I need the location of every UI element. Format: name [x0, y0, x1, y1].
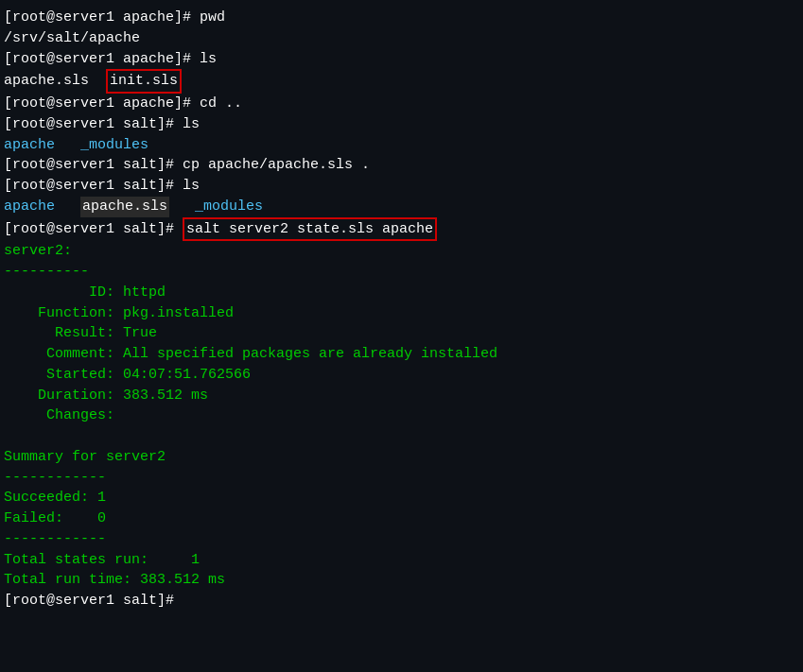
kv-key: Started:: [4, 365, 123, 386]
ls-item: apache.sls: [4, 71, 89, 92]
ls-item-highlighted: init.sls: [106, 69, 182, 94]
prompt: [root@server1 salt]#: [4, 591, 183, 612]
ls-spacer: [89, 71, 106, 92]
terminal-line: Total run time: 383.512 ms: [4, 570, 799, 591]
terminal-line: [root@server1 apache]# pwd: [4, 8, 799, 28]
kv-value: 383.512 ms: [123, 386, 208, 406]
kv-value: 04:07:51.762566: [123, 365, 251, 386]
terminal-line: server2:: [4, 241, 799, 262]
terminal-line: Failed: 0: [4, 508, 799, 529]
terminal-line: Function: pkg.installed: [4, 303, 799, 324]
kv-value: httpd: [123, 283, 166, 303]
kv-value: All specified packages are already insta…: [123, 344, 498, 365]
terminal-line: ------------: [4, 529, 799, 550]
terminal-line: apache _modules: [4, 135, 799, 156]
stat-value: 0: [97, 508, 106, 529]
ls-item-apache: apache: [4, 135, 55, 156]
output-text: /srv/salt/apache: [4, 28, 140, 49]
terminal-line: [root@server1 salt]# salt server2 state.…: [4, 217, 799, 242]
terminal-line: Total states run: 1: [4, 550, 799, 571]
terminal-line: Result: True: [4, 323, 799, 344]
separator: ------------: [4, 529, 106, 550]
terminal-line: ID: httpd: [4, 283, 799, 303]
ls-item-modules: _modules: [80, 135, 148, 156]
prompt: [root@server1 salt]#: [4, 219, 183, 240]
prompt: [root@server1 salt]#: [4, 114, 183, 135]
prompt: [root@server1 salt]#: [4, 176, 183, 197]
stat-value: 1: [97, 488, 106, 508]
kv-value: pkg.installed: [123, 303, 234, 324]
terminal-line: apache.sls init.sls: [4, 69, 799, 94]
kv-key: ID:: [4, 283, 123, 303]
ls-item-apache-sls: apache.sls: [80, 197, 169, 217]
prompt: [root@server1 apache]#: [4, 94, 200, 114]
terminal-line: ----------: [4, 262, 799, 283]
terminal-line: [root@server1 salt]# ls: [4, 176, 799, 197]
terminal-line: Duration: 383.512 ms: [4, 386, 799, 406]
kv-key: Changes:: [4, 405, 123, 426]
terminal-line: [root@server1 salt]# cp apache/apache.sl…: [4, 155, 799, 176]
kv-key: Comment:: [4, 344, 123, 365]
ls-item-apache2: apache: [4, 197, 55, 217]
terminal-line: Summary for server2: [4, 447, 799, 468]
ls-item-modules2: _modules: [195, 197, 263, 217]
stat-key: Failed:: [4, 508, 97, 529]
terminal: [root@server1 apache]# pwd /srv/salt/apa…: [0, 0, 803, 672]
command: ls: [183, 176, 200, 197]
terminal-line-blank: [4, 426, 799, 447]
ls-spacer: [169, 197, 195, 217]
total-runtime: Total run time: 383.512 ms: [4, 570, 225, 591]
ls-spacer: [55, 197, 80, 217]
terminal-line: ------------: [4, 468, 799, 489]
terminal-line: [root@server1 salt]# ls: [4, 114, 799, 135]
prompt: [root@server1 apache]#: [4, 49, 200, 70]
terminal-line: [root@server1 apache]# ls: [4, 49, 799, 70]
terminal-line: Changes:: [4, 405, 799, 426]
prompt: [root@server1 salt]#: [4, 155, 183, 176]
terminal-line: apache apache.sls _modules: [4, 197, 799, 217]
total-text: Total states run: 1: [4, 550, 200, 571]
kv-key: Duration:: [4, 386, 123, 406]
kv-key: Function:: [4, 303, 123, 324]
command: ls: [183, 114, 200, 135]
ls-spacer: [55, 135, 80, 156]
command: cd ..: [200, 94, 242, 114]
kv-value-result: True: [123, 323, 157, 344]
terminal-line: Started: 04:07:51.762566: [4, 365, 799, 386]
terminal-line: Succeeded: 1: [4, 488, 799, 508]
separator: ----------: [4, 262, 89, 283]
command-highlighted: salt server2 state.sls apache: [183, 217, 437, 242]
summary-label: Summary for server2: [4, 447, 166, 468]
kv-key: Result:: [4, 323, 123, 344]
terminal-line: Comment: All specified packages are alre…: [4, 344, 799, 365]
command: ls: [200, 49, 217, 70]
prompt: [root@server1 apache]#: [4, 8, 200, 28]
command: cp apache/apache.sls .: [183, 155, 370, 176]
stat-key: Succeeded:: [4, 488, 97, 508]
separator: ------------: [4, 468, 106, 489]
server-label: server2:: [4, 241, 72, 262]
terminal-line: [root@server1 salt]#: [4, 591, 799, 612]
terminal-line: [root@server1 apache]# cd ..: [4, 94, 799, 114]
command: pwd: [200, 8, 225, 28]
terminal-line: /srv/salt/apache: [4, 28, 799, 49]
